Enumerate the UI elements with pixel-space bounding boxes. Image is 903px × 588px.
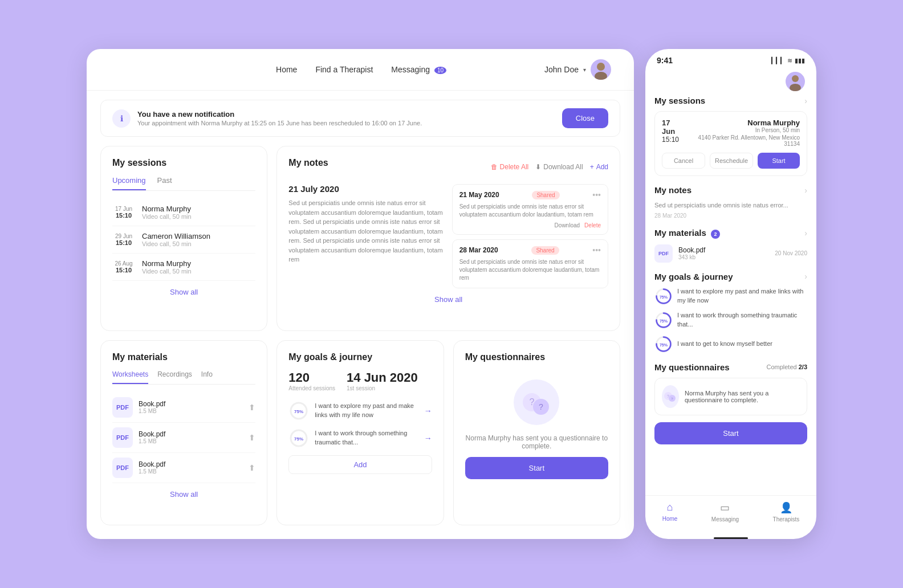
web-panel: Home Find a Therapist Messaging 10 John …: [87, 49, 634, 539]
mobile-material-item: PDF Book.pdf 343 kb 20 Nov 2020: [654, 244, 807, 263]
mobile-content: My sessions › 17 Jun 15:10 Norma Murphy …: [645, 96, 816, 495]
mobile-nav-therapists[interactable]: 👤 Therapists: [773, 501, 800, 522]
nav-home[interactable]: Home: [276, 65, 297, 74]
pdf-icon-2: PDF: [112, 427, 133, 448]
materials-list: PDF Book.pdf 1.5 MB ⬆ PDF Book.pdf 1.5 M…: [112, 393, 255, 483]
download-all-button[interactable]: ⬇ Download All: [535, 163, 583, 171]
signal-icon: ▎▎▎: [771, 57, 785, 64]
download-material-2-icon[interactable]: ⬆: [249, 433, 255, 442]
start-questionnaire-button[interactable]: Start: [465, 457, 608, 479]
notes-content: 21 July 2020 Sed ut perspiciatis unde om…: [288, 184, 608, 288]
mobile-pdf-icon: PDF: [654, 244, 673, 263]
nav-find-therapist[interactable]: Find a Therapist: [315, 65, 373, 74]
sessions-show-all[interactable]: Show all: [112, 288, 255, 296]
notification-bar: ℹ You have a new notification Your appoi…: [100, 100, 620, 137]
mobile-note-content: Sed ut perspiciatis unde omnis iste natu…: [654, 201, 807, 219]
sessions-list: 17 Jun 15:10 Norma Murphy Video call, 50…: [112, 199, 255, 281]
tab-upcoming[interactable]: Upcoming: [112, 176, 146, 190]
mobile-sessions-header: My sessions ›: [654, 96, 807, 105]
add-note-button[interactable]: + Add: [590, 163, 608, 171]
battery-icon: ▮▮▮: [795, 57, 805, 64]
mobile-sessions-title: My sessions: [654, 96, 705, 105]
mobile-questionnaires-section: My questionnaires Completed 2/3 ? ? Norm…: [654, 362, 807, 444]
goal-arrow-2-icon[interactable]: →: [424, 434, 432, 443]
tab-worksheets[interactable]: Worksheets: [112, 370, 148, 384]
mobile-quest-card: ? ? Norma Murphy has sent you a question…: [654, 378, 807, 415]
goals-chevron-icon[interactable]: ›: [804, 272, 807, 281]
svg-point-12: [792, 75, 799, 82]
download-note-button[interactable]: Download: [555, 222, 580, 228]
notes-show-all[interactable]: Show all: [288, 295, 608, 304]
main-note: 21 July 2020 Sed ut perspiciatis unde om…: [288, 184, 445, 288]
download-material-3-icon[interactable]: ⬆: [249, 463, 255, 472]
questionnaire-message: Norma Murphy has sent you a questionnair…: [465, 434, 608, 450]
mobile-avatar: [786, 72, 805, 91]
mobile-goal-3: 75% I want to get to know myself better: [654, 335, 807, 353]
tab-recordings[interactable]: Recordings: [157, 370, 192, 384]
wifi-icon: ≋: [787, 57, 792, 64]
mobile-notes-header: My notes ›: [654, 185, 807, 195]
delete-all-button[interactable]: 🗑 Delete All: [491, 163, 529, 171]
session-item: 29 Jun 15:10 Cameron Williamson Video ca…: [112, 226, 255, 254]
sessions-chevron-icon[interactable]: ›: [804, 96, 807, 105]
close-notification-button[interactable]: Close: [562, 108, 608, 128]
svg-text:?: ?: [667, 394, 669, 398]
mobile-header: [645, 70, 816, 96]
note-options-icon[interactable]: •••: [592, 190, 601, 199]
mobile-goal-1: 75% I want to explore my past and make l…: [654, 287, 807, 305]
mobile-start-session-button[interactable]: Start: [758, 153, 800, 169]
notes-title: My notes: [288, 158, 328, 168]
mobile-start-quest-button[interactable]: Start: [654, 422, 807, 444]
mobile-goal-2: 75% I want to work through something tra…: [654, 311, 807, 329]
materials-chevron-icon[interactable]: ›: [804, 228, 807, 238]
side-note-2: 28 Mar 2020 Shared ••• Sed ut perspiciat…: [452, 239, 608, 288]
notes-actions: 🗑 Delete All ⬇ Download All + Add: [491, 163, 608, 171]
goal-item-2: 75% I want to work through something tra…: [288, 428, 432, 448]
add-goal-button[interactable]: Add: [288, 455, 432, 474]
mobile-notes-title: My notes: [654, 185, 692, 195]
mobile-quest-icon: ? ?: [662, 385, 679, 408]
main-note-date: 21 July 2020: [288, 184, 445, 194]
mobile-mat-date: 20 Nov 2020: [775, 250, 807, 256]
materials-show-all[interactable]: Show all: [112, 490, 255, 499]
mobile-goals-header: My goals & journey ›: [654, 272, 807, 281]
sessions-tabs: Upcoming Past: [112, 176, 255, 191]
note-options-2-icon[interactable]: •••: [592, 246, 601, 255]
download-material-icon[interactable]: ⬆: [249, 403, 255, 412]
notes-chevron-icon[interactable]: ›: [804, 186, 807, 195]
mobile-nav-home[interactable]: ⌂ Home: [662, 501, 678, 522]
shared-badge-2: Shared: [531, 246, 559, 255]
mobile-cancel-button[interactable]: Cancel: [662, 153, 705, 169]
nav-messaging[interactable]: Messaging 10: [391, 65, 446, 74]
mobile-reschedule-button[interactable]: Reschedule: [710, 153, 753, 169]
side-note-2-header: 28 Mar 2020 Shared •••: [459, 246, 601, 255]
questionnaires-title: My questionnaires: [465, 352, 608, 362]
messaging-badge: 10: [434, 67, 446, 74]
notif-icon: ℹ: [112, 109, 131, 128]
navbar: Home Find a Therapist Messaging 10 John …: [87, 49, 634, 91]
mobile-goals-section: My goals & journey › 75% I want to explo…: [654, 272, 807, 353]
mobile-goals-title: My goals & journey: [654, 272, 733, 281]
goal-arrow-icon[interactable]: →: [424, 406, 432, 415]
mobile-nav-home-label: Home: [662, 516, 678, 522]
tab-past[interactable]: Past: [157, 176, 172, 190]
material-info: Book.pdf 1.5 MB: [139, 400, 165, 414]
mobile-nav-messaging[interactable]: ▭ Messaging: [711, 501, 739, 522]
side-note-1: 21 May 2020 Shared ••• Sed ut perspiciat…: [452, 184, 608, 235]
mobile-status-bar: 9:41 ▎▎▎ ≋ ▮▮▮: [645, 49, 816, 70]
session-info: Norma Murphy Video call, 50 min: [142, 205, 192, 220]
svg-text:75%: 75%: [294, 409, 303, 414]
mobile-session-date: 17 Jun 15:10: [662, 119, 685, 147]
session-item: 17 Jun 15:10 Norma Murphy Video call, 50…: [112, 199, 255, 226]
materials-title: My materials: [112, 352, 255, 362]
tab-info[interactable]: Info: [201, 370, 213, 384]
user-info[interactable]: John Doe ▾: [544, 59, 611, 80]
session-info: Norma Murphy Video call, 50 min: [142, 259, 192, 275]
goal-item-1: 75% I want to explore my past and make l…: [288, 401, 432, 421]
svg-text:75%: 75%: [660, 342, 668, 347]
mobile-quest-completed: Completed 2/3: [766, 364, 807, 370]
user-avatar: [591, 59, 611, 80]
notif-title: You have a new notification: [137, 110, 422, 119]
delete-note-button[interactable]: Delete: [584, 222, 601, 228]
questionnaires-card: My questionnaires ? ? Norma Murphy has s…: [453, 340, 620, 526]
